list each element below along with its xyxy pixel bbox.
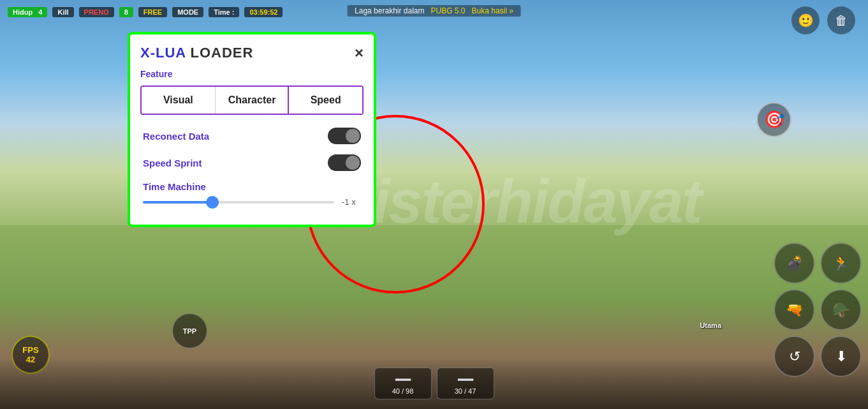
modal-title-prefix: X-LUA (140, 45, 191, 61)
hud-right-row-2: 🔫 🪖 (774, 289, 862, 331)
slider-container: -1 x (143, 197, 361, 207)
speed-sprint-toggle[interactable] (328, 154, 361, 171)
weapon-ammo-2: 30 / 47 (455, 387, 476, 395)
weapon-ammo-1: 40 / 98 (392, 387, 414, 395)
hud-right-buttons: 💣 🏃 🔫 🪖 ↺ ⬇ (774, 242, 862, 377)
utama-label: Utama (700, 322, 721, 329)
tab-character[interactable]: Character (216, 87, 290, 114)
speed-sprint-label: Speed Sprint (143, 158, 202, 168)
tab-speed[interactable]: Speed (288, 86, 364, 115)
grenade-button[interactable]: 💣 (774, 242, 815, 284)
time-label-badge: Time : (209, 7, 239, 17)
score-badge: 8 (119, 7, 133, 17)
slider-value: -1 x (342, 197, 361, 207)
crouch-button[interactable]: ⬇ (820, 336, 862, 377)
tab-visual[interactable]: Visual (142, 87, 216, 114)
weapon-slot-2[interactable]: ━━ 30 / 47 (437, 368, 494, 399)
time-machine-row: Time Machine -1 x (140, 181, 364, 207)
slider-thumb[interactable] (206, 196, 219, 209)
hidup-badge: Hidup 4 (8, 7, 47, 17)
reconnect-label: Reconect Data (143, 131, 209, 142)
trash-icon[interactable]: 🗑 (827, 6, 855, 34)
prone-button[interactable]: 🪖 (820, 289, 862, 331)
time-value-badge: 03:59:52 (244, 7, 283, 17)
modal-close-button[interactable]: × (355, 45, 364, 61)
mode-badge: FREE (138, 7, 167, 17)
tab-container: Visual Character Speed (140, 86, 364, 115)
hud-bottom: ━━ 40 / 98 ━━ 30 / 47 (0, 358, 868, 409)
time-machine-label: Time Machine (143, 181, 361, 192)
hud-right-row-1: 💣 🏃 (774, 242, 862, 284)
kill-badge: Kill (52, 7, 73, 17)
emoji-icon[interactable]: 🙂 (791, 6, 820, 34)
xlua-modal: X-LUA LOADER × Feature Visual Character … (128, 32, 376, 227)
center-message: Laga berakhir dalam PUBG 5.0 Buka hasil … (347, 5, 521, 17)
reload-button[interactable]: ↺ (774, 336, 815, 377)
tpp-button[interactable]: TPP (172, 313, 207, 348)
modal-title-main: LOADER (191, 45, 254, 61)
reconnect-row: Reconect Data (140, 128, 364, 144)
weapon-icon-1: ━━ (395, 372, 411, 387)
weapon-slot-1[interactable]: ━━ 40 / 98 (374, 368, 432, 399)
slider-fill (143, 201, 210, 204)
scope-icon[interactable]: 🎯 (756, 102, 791, 137)
bullet-button[interactable]: 🔫 (774, 289, 815, 331)
slider-track[interactable] (143, 201, 334, 204)
hud-top-right: 🙂 🗑 (791, 6, 855, 34)
feature-section-label: Feature (140, 69, 364, 79)
hud-right-row-3: ↺ ⬇ (774, 336, 862, 377)
mode-value-badge: MODE (172, 7, 203, 17)
reconnect-toggle[interactable] (328, 128, 361, 144)
modal-title: X-LUA LOADER (140, 45, 253, 61)
jump-button[interactable]: 🏃 (820, 242, 862, 284)
weapon-icon-2: ━━ (458, 372, 473, 387)
speed-sprint-row: Speed Sprint (140, 154, 364, 171)
modal-header: X-LUA LOADER × (140, 45, 364, 61)
preno-badge: PRENO (79, 7, 114, 17)
